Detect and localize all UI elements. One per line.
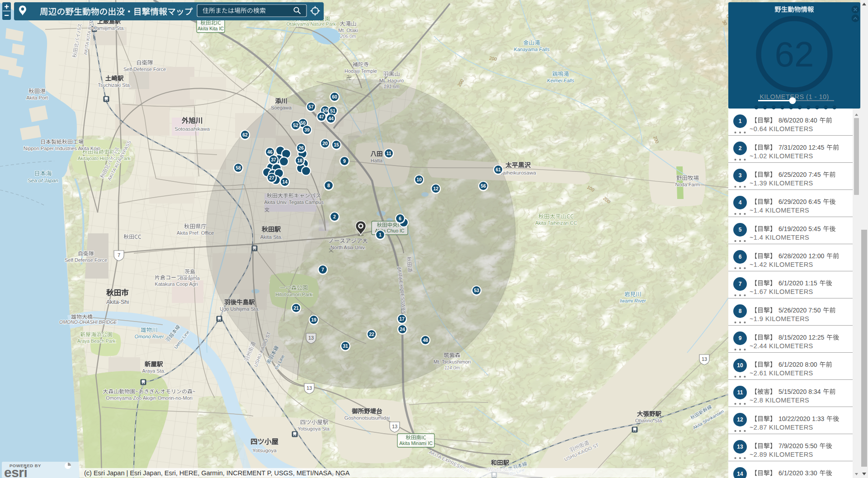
svg-text:6: 6 (399, 216, 401, 221)
svg-text:Taiheikurosawa: Taiheikurosawa (500, 170, 536, 175)
svg-text:3: 3 (739, 172, 742, 179)
svg-text:37: 37 (271, 157, 276, 162)
svg-text:Keimei Falls: Keimei Falls (547, 78, 574, 83)
svg-text:Tsuchizaki Sta.: Tsuchizaki Sta. (98, 82, 131, 88)
svg-text:9: 9 (343, 158, 346, 164)
svg-text:~1.02 KILOMETERS: ~1.02 KILOMETERS (750, 152, 813, 160)
svg-text:Omoriyama Zoo Akigin Omorin-no: Omoriyama Zoo Akigin Omorin-no-Mori (106, 395, 192, 401)
svg-text:Hodaiji Temple: Hodaiji Temple (344, 68, 377, 74)
svg-text:Kamiijima Sta.: Kamiijima Sta. (93, 25, 125, 31)
svg-text:5/26/2020 7:50: 5/26/2020 7:50 (778, 307, 821, 314)
svg-text:21: 21 (293, 305, 299, 311)
svg-text:46: 46 (267, 149, 273, 155)
svg-text:13: 13 (307, 385, 312, 391)
svg-text:~2.61 KILOMETERS: ~2.61 KILOMETERS (750, 369, 813, 377)
svg-text:7: 7 (118, 252, 120, 258)
svg-text:Sea of Japan: Sea of Japan (28, 178, 58, 183)
svg-text:~2.89 KILOMETERS: ~2.89 KILOMETERS (750, 451, 813, 458)
svg-text:6/1/2020 1:15: 6/1/2020 1:15 (778, 279, 817, 287)
svg-text:Akita-Shi: Akita-Shi (106, 299, 129, 305)
svg-text:2: 2 (333, 214, 336, 219)
svg-text:Mt. Otaki: Mt. Otaki (338, 28, 358, 33)
svg-text:7: 7 (739, 281, 742, 287)
svg-text:Akita Port: Akita Port (26, 95, 48, 100)
svg-text:11: 11 (737, 389, 743, 396)
svg-text:~2.87 KILOMETERS: ~2.87 KILOMETERS (750, 424, 813, 431)
svg-text:Omono River: Omono River (135, 334, 165, 339)
svg-text:114.0m: 114.0m (444, 365, 460, 370)
svg-text:13: 13 (702, 356, 707, 362)
svg-text:18: 18 (297, 158, 302, 163)
svg-text:22: 22 (369, 331, 374, 337)
svg-text:53: 53 (474, 288, 479, 293)
svg-text:12: 12 (433, 186, 439, 191)
svg-text:Akita Kita IC: Akita Kita IC (198, 26, 224, 31)
svg-text:24: 24 (400, 327, 405, 332)
svg-text:52: 52 (293, 123, 298, 128)
svg-text:Noda Farm: Noda Farm (675, 182, 700, 187)
svg-text:Araya Beach Park: Araya Beach Park (77, 338, 116, 344)
svg-text:39: 39 (304, 127, 310, 133)
svg-text:~2.8 KILOMETERS: ~2.8 KILOMETERS (750, 397, 809, 404)
svg-text:esri: esri (4, 465, 27, 478)
svg-text:~1.4 KILOMETERS: ~1.4 KILOMETERS (750, 207, 809, 214)
svg-text:6/28/2020 12:00: 6/28/2020 12:00 (778, 252, 824, 260)
svg-text:27: 27 (269, 175, 274, 180)
svg-text:6/25/2020 7:45: 6/25/2020 7:45 (778, 171, 821, 178)
svg-text:17: 17 (399, 316, 405, 322)
svg-text:6/19/2020 5:45: 6/19/2020 5:45 (778, 225, 821, 232)
svg-text:7/9/2020 5:50: 7/9/2020 5:50 (778, 442, 817, 450)
svg-text:Self Defense Force: Self Defense Force (65, 257, 107, 263)
svg-text:6: 6 (739, 254, 742, 260)
svg-text:Akita Taiheizan CC: Akita Taiheizan CC (535, 220, 577, 226)
svg-text:~1.9 KILOMETERS: ~1.9 KILOMETERS (750, 315, 809, 322)
svg-text:Self Defense Force: Self Defense Force (123, 66, 166, 72)
svg-text:11: 11 (386, 151, 391, 156)
svg-text:8/15/2020 12:25: 8/15/2020 12:25 (778, 334, 824, 341)
svg-text:14: 14 (737, 471, 743, 477)
svg-text:10/22/2020 1:33: 10/22/2020 1:33 (778, 415, 824, 422)
svg-text:13: 13 (392, 424, 397, 429)
svg-text:Obarino Sta.: Obarino Sta. (635, 418, 663, 423)
svg-text:~1.4 KILOMETERS: ~1.4 KILOMETERS (750, 234, 809, 241)
svg-text:58: 58 (236, 165, 241, 170)
svg-text:1: 1 (739, 118, 742, 124)
svg-text:Barajima: Barajima (180, 275, 200, 281)
svg-text:9: 9 (739, 335, 742, 341)
svg-text:56: 56 (481, 183, 486, 189)
svg-text:8/6/2020 8:40: 8/6/2020 8:40 (778, 117, 817, 124)
svg-text:OMONO-OHASHI BRIDGE: OMONO-OHASHI BRIDGE (59, 319, 118, 325)
svg-text:62: 62 (775, 34, 814, 74)
svg-text:1: 1 (379, 232, 382, 237)
svg-text:44: 44 (328, 116, 334, 121)
svg-text:62: 62 (242, 132, 248, 137)
svg-text:6/29/2020 6:45: 6/29/2020 6:45 (778, 198, 821, 205)
svg-text:51: 51 (330, 108, 335, 114)
svg-text:55: 55 (322, 108, 328, 113)
svg-text:50: 50 (300, 120, 306, 126)
svg-text:19: 19 (311, 317, 316, 322)
svg-text:~0.64 KILOMETERS: ~0.64 KILOMETERS (750, 125, 813, 133)
svg-text:8: 8 (739, 308, 742, 314)
svg-text:13: 13 (737, 444, 743, 450)
svg-text:10: 10 (737, 362, 743, 369)
svg-text:Nippon Paper Industries Akita: Nippon Paper Industries Akita Kojo (24, 146, 100, 151)
svg-text:Otakiyama Nature Park: Otakiyama Nature Park (286, 21, 336, 27)
svg-text:10: 10 (416, 177, 422, 182)
svg-text:(c) Esri Japan | Esri Japan, E: (c) Esri Japan | Esri Japan, Esri, HERE,… (84, 469, 350, 477)
svg-text:Goshonotsutsumidai: Goshonotsutsumidai (344, 415, 390, 421)
svg-text:Yotsugoya Sta.: Yotsugoya Sta. (297, 426, 331, 431)
svg-text:206.0m: 206.0m (340, 33, 356, 39)
svg-text:7/31/2020 12:45: 7/31/2020 12:45 (778, 144, 824, 151)
svg-text:48: 48 (423, 337, 428, 343)
svg-text:8: 8 (327, 183, 330, 188)
svg-text:Kanayama Falls: Kanayama Falls (514, 47, 550, 52)
svg-text:2: 2 (739, 145, 742, 151)
svg-text:6/1/2020 3:30: 6/1/2020 3:30 (778, 469, 817, 477)
svg-text:~2.44 KILOMETERS: ~2.44 KILOMETERS (750, 342, 813, 350)
svg-text:5/15/2020 8:34: 5/15/2020 8:34 (778, 388, 821, 395)
svg-text:20: 20 (322, 141, 328, 146)
svg-text:6/1/2020 8:00: 6/1/2020 8:00 (778, 361, 817, 368)
svg-text:~1.39 KILOMETERS: ~1.39 KILOMETERS (750, 180, 813, 187)
svg-text:12: 12 (737, 416, 743, 423)
